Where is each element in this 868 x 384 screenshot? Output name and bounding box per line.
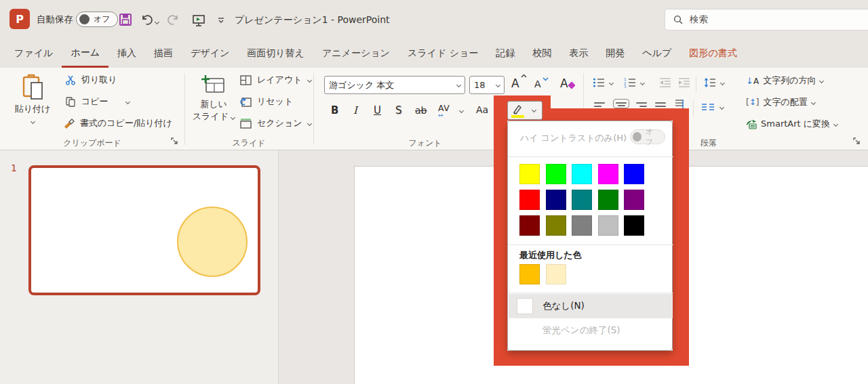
tab-design[interactable]: デザイン bbox=[182, 39, 238, 68]
strikethrough-button[interactable]: ab bbox=[415, 105, 427, 116]
decrease-indent-button[interactable] bbox=[659, 77, 671, 88]
paste-button[interactable]: 貼り付け bbox=[11, 72, 54, 137]
increase-indent-icon bbox=[678, 77, 690, 88]
palette-swatch[interactable] bbox=[519, 215, 540, 236]
section-button[interactable]: セクション bbox=[240, 117, 311, 129]
format-painter-button[interactable]: 書式のコピー/貼り付け bbox=[63, 117, 172, 129]
palette-swatch[interactable] bbox=[598, 190, 618, 210]
no-color-menu-item[interactable]: 色なし(N) bbox=[509, 294, 673, 318]
highlight-color-dropdown: ハイ コントラストのみ(H) オフ 最近使用した色 色なし(N) bbox=[507, 121, 673, 351]
tab-slideshow[interactable]: スライド ショー bbox=[399, 39, 487, 68]
highlighter-pen-icon bbox=[512, 104, 523, 114]
clear-formatting-button[interactable]: A bbox=[560, 77, 568, 90]
align-center-button[interactable] bbox=[613, 99, 629, 108]
text-direction-button[interactable]: ↓A 文字列の方向 bbox=[746, 74, 823, 87]
clipboard-dialog-launcher[interactable] bbox=[171, 137, 178, 145]
bullets-button[interactable] bbox=[593, 77, 605, 88]
justify-button[interactable] bbox=[655, 100, 667, 108]
high-contrast-toggle[interactable]: オフ bbox=[630, 129, 665, 144]
cut-button[interactable]: 切り取り bbox=[65, 74, 117, 86]
text-shadow-button[interactable]: S bbox=[395, 104, 402, 116]
palette-swatch[interactable] bbox=[546, 190, 566, 210]
tab-animations[interactable]: アニメーション bbox=[313, 39, 399, 68]
palette-swatch[interactable] bbox=[624, 215, 644, 236]
reset-button[interactable]: リセット bbox=[240, 95, 293, 108]
slideshow-button[interactable] bbox=[191, 13, 206, 28]
paragraph-dialog-launcher[interactable] bbox=[853, 137, 861, 145]
italic-button[interactable]: I bbox=[353, 104, 357, 116]
palette-swatch[interactable] bbox=[572, 190, 592, 210]
palette-swatch[interactable] bbox=[572, 164, 592, 184]
slide-thumbnail[interactable] bbox=[28, 165, 260, 295]
customize-toolbar-button[interactable] bbox=[217, 16, 225, 24]
align-left-button[interactable] bbox=[594, 100, 606, 108]
columns-button[interactable] bbox=[701, 103, 715, 111]
undo-button[interactable] bbox=[140, 13, 159, 26]
palette-swatch[interactable] bbox=[598, 164, 618, 184]
tab-developer[interactable]: 開発 bbox=[597, 39, 633, 68]
alignment-buttons[interactable] bbox=[594, 100, 667, 108]
tab-help[interactable]: ヘルプ bbox=[633, 39, 680, 68]
palette-swatch[interactable] bbox=[546, 164, 566, 184]
columns-chevron-icon[interactable] bbox=[719, 105, 724, 110]
palette-swatch[interactable] bbox=[624, 190, 644, 210]
palette-swatch[interactable] bbox=[572, 215, 592, 236]
tab-review[interactable]: 校閲 bbox=[524, 39, 560, 68]
increase-font-button[interactable]: A bbox=[511, 77, 519, 90]
line-spacing-chevron-icon[interactable] bbox=[720, 81, 725, 85]
search-input[interactable]: 検索 bbox=[665, 9, 868, 30]
font-size-combo[interactable]: 18 bbox=[469, 76, 505, 94]
redo-button[interactable] bbox=[167, 13, 180, 26]
undo-chevron-icon[interactable] bbox=[155, 20, 159, 24]
tab-view[interactable]: 表示 bbox=[560, 39, 597, 68]
recent-color-swatch[interactable] bbox=[546, 264, 566, 284]
palette-swatch[interactable] bbox=[519, 164, 540, 184]
palette-swatch[interactable] bbox=[546, 215, 566, 236]
spacing-chevron-icon[interactable] bbox=[459, 108, 464, 113]
tab-home[interactable]: ホーム bbox=[62, 39, 108, 68]
numbering-chevron-icon[interactable] bbox=[640, 81, 645, 85]
stop-highlighting-menu-item[interactable]: 蛍光ペンの終了(S) bbox=[509, 319, 673, 342]
bold-button[interactable]: B bbox=[331, 104, 338, 116]
layout-button[interactable]: レイアウト bbox=[240, 74, 311, 86]
palette-swatch[interactable] bbox=[624, 164, 644, 184]
slide-thumbnail-panel: 1 bbox=[0, 150, 279, 384]
tab-file[interactable]: ファイル bbox=[5, 39, 62, 68]
mini-separator bbox=[693, 100, 694, 116]
tab-transitions[interactable]: 画面切り替え bbox=[238, 39, 313, 68]
tab-draw[interactable]: 描画 bbox=[145, 39, 182, 68]
decrease-font-button[interactable]: A bbox=[534, 79, 541, 89]
copy-chevron-icon[interactable] bbox=[125, 99, 130, 104]
group-separator bbox=[313, 73, 314, 145]
palette-swatch[interactable] bbox=[519, 190, 540, 210]
caret-down-icon bbox=[542, 77, 549, 81]
convert-smartart-button[interactable]: SmartArt に変換 bbox=[745, 118, 837, 130]
font-size-value: 18 bbox=[474, 80, 496, 90]
menu-divider bbox=[508, 156, 673, 157]
tab-record[interactable]: 記録 bbox=[487, 39, 524, 68]
increase-indent-button[interactable] bbox=[678, 77, 690, 88]
palette-swatch[interactable] bbox=[598, 215, 618, 236]
underline-button[interactable]: U bbox=[374, 104, 381, 116]
align-right-button[interactable] bbox=[636, 100, 648, 108]
recent-color-swatch[interactable] bbox=[519, 264, 540, 284]
tab-insert[interactable]: 挿入 bbox=[108, 39, 145, 68]
tab-shape-format[interactable]: 図形の書式 bbox=[680, 39, 745, 68]
autosave-toggle[interactable]: オフ bbox=[76, 12, 118, 27]
new-slide-button[interactable]: 新しい スライド bbox=[191, 72, 236, 137]
change-case-button[interactable]: Aa bbox=[476, 104, 488, 115]
toggle-knob-icon bbox=[633, 132, 642, 142]
paste-chevron-icon bbox=[30, 119, 35, 124]
save-button[interactable] bbox=[118, 12, 133, 27]
line-spacing-button[interactable] bbox=[704, 77, 716, 88]
highlight-chevron-icon[interactable] bbox=[532, 108, 536, 112]
text-highlight-button[interactable] bbox=[507, 101, 542, 120]
ribbon-tab-bar: ファイル ホーム 挿入 描画 デザイン 画面切り替え アニメーション スライド … bbox=[0, 39, 868, 68]
font-name-combo[interactable]: 游ゴシック 本文 bbox=[324, 76, 465, 94]
align-text-button[interactable]: [↕] 文字の配置 bbox=[746, 96, 815, 108]
character-spacing-button[interactable]: AV ↔ bbox=[438, 103, 450, 117]
bullets-chevron-icon[interactable] bbox=[609, 81, 614, 85]
slideshow-icon bbox=[191, 13, 206, 28]
copy-button[interactable]: コピー bbox=[65, 95, 130, 108]
numbering-button[interactable]: 1 2 3 bbox=[624, 77, 636, 88]
